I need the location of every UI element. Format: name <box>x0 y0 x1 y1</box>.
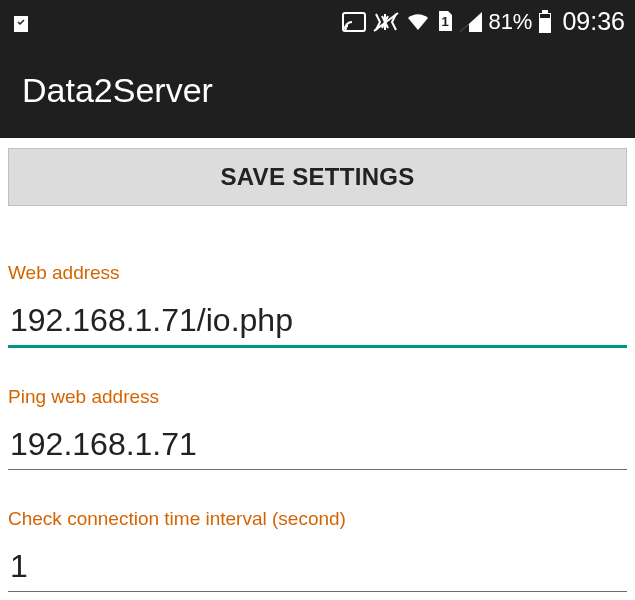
svg-rect-6 <box>540 14 550 18</box>
ping-address-label: Ping web address <box>8 386 627 408</box>
cast-icon <box>342 12 366 32</box>
svg-point-1 <box>344 27 347 30</box>
clock: 09:36 <box>562 7 625 36</box>
action-bar: Data2Server <box>0 43 635 138</box>
save-settings-button[interactable]: SAVE SETTINGS <box>8 148 627 206</box>
battery-percent: 81% <box>488 9 532 35</box>
app-title: Data2Server <box>22 71 213 110</box>
content-area: SAVE SETTINGS Web address Ping web addre… <box>0 138 635 592</box>
ping-address-input[interactable] <box>8 416 627 470</box>
check-interval-input[interactable] <box>8 538 627 592</box>
sim-1-icon: 1 <box>436 11 454 33</box>
wifi-icon <box>406 12 430 32</box>
shopping-bag-icon <box>10 10 32 34</box>
vibrate-icon <box>372 11 400 33</box>
web-address-input[interactable] <box>8 292 627 348</box>
check-interval-label: Check connection time interval (second) <box>8 508 627 530</box>
svg-rect-5 <box>542 10 548 13</box>
svg-text:1: 1 <box>442 14 449 29</box>
status-bar: 1 81% 09:36 <box>0 0 635 43</box>
battery-icon <box>538 10 552 34</box>
web-address-label: Web address <box>8 262 627 284</box>
signal-icon <box>460 12 482 32</box>
